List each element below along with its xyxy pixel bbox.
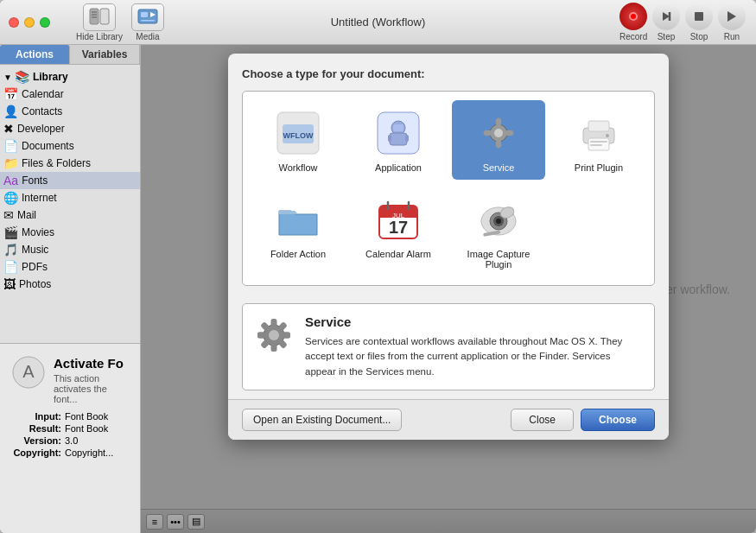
action-desc: This action activates the font... [54,373,128,404]
window-title: Untitled (Workflow) [331,16,426,29]
sidebar-item-fonts[interactable]: Aa Fonts [0,172,140,189]
stop-button[interactable] [685,3,713,30]
media-button[interactable]: Media [131,3,164,41]
tree-root-library[interactable]: ▼ 📚 Library [0,68,140,86]
service-desc-text: Services are contextual workflows availa… [305,334,644,379]
sidebar-item-contacts[interactable]: 👤 Contacts [0,103,140,120]
doc-type-service[interactable]: Service [452,100,545,180]
hide-library-button[interactable]: Hide Library [76,3,123,41]
sidebar-item-mail[interactable]: ✉ Mail [0,206,140,224]
svg-rect-39 [590,144,602,146]
mail-label: Mail [17,209,36,221]
result-label: Result: [5,423,61,434]
svg-point-25 [494,129,503,137]
sidebar-item-photos[interactable]: 🖼 Photos [0,276,140,293]
doc-type-application[interactable]: Application [352,100,445,180]
copyright-row: Copyright: Copyright... [5,447,135,458]
tab-variables[interactable]: Variables [70,45,140,64]
pdfs-icon: 📄 [3,260,18,274]
modal-top: Choose a type for your document: WFLOW [228,54,669,295]
workflow-icon: WFLOW [272,107,324,159]
pdfs-label: PDFs [22,261,48,273]
sidebar-item-calendar[interactable]: 📅 Calendar [0,86,140,103]
doc-type-calendar-alarm[interactable]: 17 JUL Calendar Alarm [352,187,445,276]
svg-rect-0 [90,9,98,24]
media-icon [131,3,164,31]
svg-rect-23 [405,135,409,142]
maximize-button[interactable] [40,17,50,28]
action-text: Activate Fo This action activates the fo… [54,356,128,404]
circle-row [619,3,746,30]
copyright-value: Copyright... [65,447,113,458]
open-existing-button[interactable]: Open an Existing Document... [242,409,402,431]
service-icon [473,107,524,159]
photos-icon: 🖼 [3,277,16,291]
library-icon: 📚 [15,70,29,84]
movies-label: Movies [22,226,54,238]
close-button[interactable]: Close [511,409,574,431]
step-label: Step [652,32,680,41]
sidebar-item-developer[interactable]: ✖ Developer [0,120,140,137]
print-plugin-label: Print Plugin [575,162,623,173]
choose-button[interactable]: Choose [581,409,655,431]
svg-rect-20 [393,124,403,131]
hide-library-icon [83,3,116,31]
svg-rect-60 [283,333,290,339]
tab-actions[interactable]: Actions [0,45,70,64]
svg-point-54 [269,330,279,340]
doc-type-workflow[interactable]: WFLOW Workflow [251,100,345,180]
version-label: Version: [5,435,61,446]
sidebar-item-pdfs[interactable]: 📄 PDFs [0,258,140,276]
service-label: Service [483,162,515,173]
internet-label: Internet [22,192,57,204]
version-row: Version: 3.0 [5,435,135,446]
svg-rect-63 [257,333,265,339]
internet-icon: 🌐 [3,191,18,205]
folder-action-icon [272,194,324,245]
input-value: Font Book [65,411,108,422]
sidebar-tree: ▼ 📚 Library 📅 Calendar 👤 Contacts ✖ Deve… [0,65,140,343]
result-value: Font Book [65,423,108,434]
step-button[interactable] [652,3,680,30]
close-button[interactable] [9,17,19,28]
sidebar-item-internet[interactable]: 🌐 Internet [0,189,140,206]
svg-rect-6 [141,12,148,17]
folder-action-label: Folder Action [270,249,326,259]
svg-rect-11 [695,12,703,21]
bottom-info-panel: A Activate Fo This action activates the … [0,343,140,533]
calendar-icon: 📅 [3,87,18,101]
doc-type-image-capture[interactable]: Image Capture Plugin [452,187,545,276]
sidebar-item-movies[interactable]: 🎬 Movies [0,224,140,241]
modal-footer: Open an Existing Document... Close Choos… [228,399,669,440]
contacts-label: Contacts [22,105,62,117]
titlebar: Hide Library Media Untitled (Workflow) [0,0,756,45]
record-button[interactable] [619,3,647,30]
fonts-icon: Aa [3,174,18,187]
image-capture-icon [473,194,524,245]
footer-right-buttons: Close Choose [511,409,655,431]
doc-types-grid: WFLOW Workflow [242,91,655,286]
doc-type-folder-action[interactable]: Folder Action [251,187,345,276]
doc-type-print-plugin[interactable]: Print Plugin [552,100,645,180]
toolbar-left: Hide Library Media [76,3,164,41]
sidebar-item-files[interactable]: 📁 Files & Folders [0,155,140,172]
svg-marker-12 [727,11,736,22]
service-desc-content: Service Services are contextual workflow… [305,314,644,379]
service-description-panel: Service Services are contextual workflow… [242,303,655,390]
traffic-lights [9,17,50,28]
svg-rect-35 [588,121,609,131]
svg-point-37 [606,134,609,137]
record-label: Record [619,32,647,41]
minimize-button[interactable] [24,17,35,28]
run-button[interactable] [718,3,746,30]
tree-root-label: Library [33,71,68,83]
sidebar-item-music[interactable]: 🎵 Music [0,241,140,258]
svg-text:A: A [22,362,35,381]
workflow-label: Workflow [278,162,317,173]
svg-rect-38 [590,141,607,143]
sidebar-item-documents[interactable]: 📄 Documents [0,137,140,155]
action-title: Activate Fo [54,356,128,371]
result-row: Result: Font Book [5,423,135,434]
input-label: Input: [5,411,61,422]
music-icon: 🎵 [3,243,18,257]
